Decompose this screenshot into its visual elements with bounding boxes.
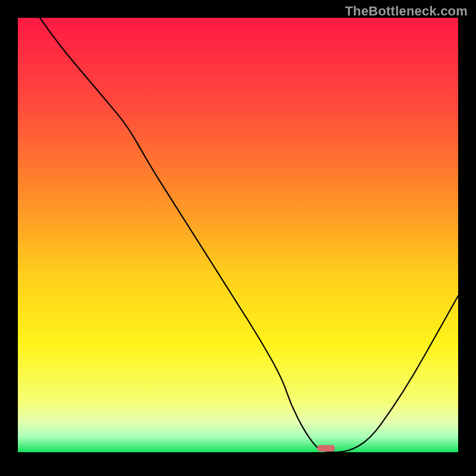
plot-background	[18, 18, 458, 452]
chart-stage: TheBottleneck.com	[0, 0, 476, 476]
bottleneck-chart	[0, 0, 476, 476]
watermark-text: TheBottleneck.com	[345, 4, 468, 19]
optimum-marker	[317, 445, 335, 452]
